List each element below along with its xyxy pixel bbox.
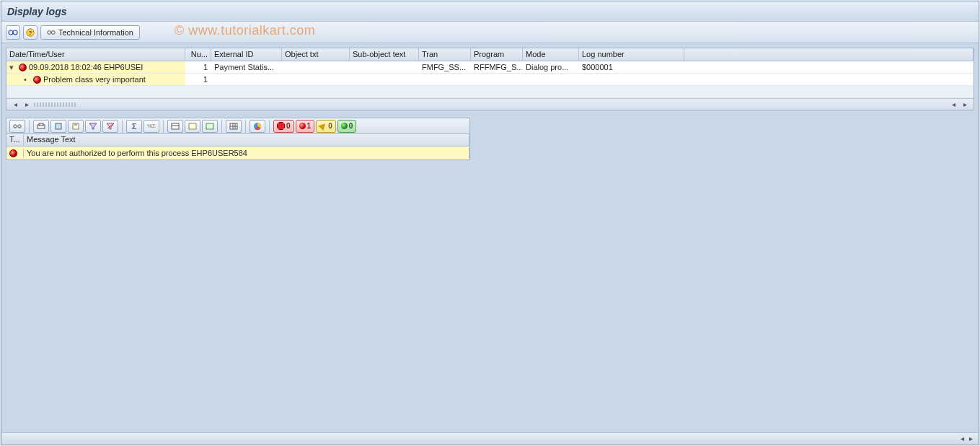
bullet-icon: • [24,75,31,84]
scroll-left-icon[interactable]: ◂ [949,100,958,109]
collapse-icon[interactable]: ▾ [9,63,17,72]
bottom-scrollbar[interactable]: ◂ ▸ [2,432,978,444]
col-type[interactable]: T... [6,134,24,146]
technical-information-button[interactable]: Technical Information [40,25,140,40]
layout-save-icon[interactable] [202,120,218,133]
row-mode: Dialog pro... [523,61,579,73]
content-area [6,160,974,432]
row-tran: FMFG_SS... [419,61,471,73]
badge-error[interactable]: 1 [296,120,315,133]
table-row[interactable]: ▾ 09.09.2018 18:02:46 EHP6USEI 1 Payment… [6,61,974,74]
svg-rect-9 [39,123,43,126]
col-mode[interactable]: Mode [523,48,579,61]
svg-rect-14 [172,123,179,129]
status-error-icon [9,149,17,157]
export-icon[interactable] [50,120,66,133]
subtotal-icon[interactable]: %Σ [144,120,159,133]
svg-rect-12 [74,123,77,126]
sum-icon[interactable]: Σ [126,120,142,133]
badge-warning[interactable]: 0 [316,120,336,133]
svg-rect-10 [56,123,61,129]
detail-icon[interactable] [9,120,25,133]
scroll-grip-icon[interactable] [34,102,77,107]
col-object-txt[interactable]: Object txt [282,48,350,61]
svg-point-7 [18,124,21,127]
status-error-icon [33,76,41,84]
stop-icon [277,122,285,130]
filter-icon[interactable] [85,120,101,133]
scroll-left-icon[interactable]: ◂ [11,100,19,109]
table-row-empty [6,86,974,98]
save-icon[interactable] [68,120,84,133]
svg-point-5 [51,30,55,34]
row-prog: RFFMFG_S... [471,61,523,73]
col-log-number[interactable]: Log number [579,48,684,61]
layout-change-icon[interactable] [185,120,200,133]
glasses-icon[interactable] [6,25,20,40]
row-nu: 1 [185,61,211,73]
layout-icon[interactable] [167,120,183,133]
grid-icon[interactable] [226,120,242,133]
print-icon[interactable] [33,120,49,133]
svg-point-1 [13,30,17,35]
scroll-right-icon[interactable]: ▸ [966,434,975,443]
row-nu: 1 [185,74,211,85]
row-log: $000001 [579,61,684,73]
top-toolbar: ? Technical Information © www.tutorialka… [1,22,979,43]
glasses-small-icon [47,28,56,37]
chart-icon[interactable] [250,120,265,133]
svg-point-0 [9,30,13,35]
grid-hscroll[interactable]: ◂ ▸ ◂ ▸ [6,98,974,110]
technical-information-label: Technical Information [58,28,133,37]
badge-success[interactable]: 0 [337,120,357,133]
svg-point-4 [48,30,51,34]
help-icon[interactable]: ? [23,25,37,40]
col-date[interactable]: Date/Time/User [6,48,185,61]
row-date: 09.09.2018 18:02:46 EHP6USEI [29,63,143,71]
app-frame: Display logs ? Technical Information © w… [1,1,979,445]
page-title: Display logs [7,6,66,17]
success-dot-icon [341,123,348,129]
col-external-id[interactable]: External ID [211,48,282,61]
filter-delete-icon[interactable] [102,120,118,133]
row-ext: Payment Statis... [211,61,282,73]
message-text: You are not authorized to perform this p… [27,149,247,157]
message-row[interactable]: You are not authorized to perform this p… [6,147,469,159]
svg-rect-16 [189,123,196,129]
svg-point-6 [14,124,17,127]
warning-dot-icon [318,121,327,131]
row-date: Problem class very important [43,75,146,84]
grid-body: ▾ 09.09.2018 18:02:46 EHP6USEI 1 Payment… [6,61,974,98]
message-toolbar: Σ %Σ 0 1 0 0 [6,118,470,134]
scroll-left-icon[interactable]: ◂ [958,434,966,443]
titlebar: Display logs [1,1,979,22]
badge-cancel[interactable]: 0 [273,120,294,133]
col-program[interactable]: Program [471,48,523,61]
scroll-right-icon[interactable]: ▸ [22,100,31,109]
row-sub [350,61,419,73]
row-obj [282,61,350,73]
col-message[interactable]: Message Text [24,134,469,146]
log-grid: Date/Time/User Nu... External ID Object … [6,48,974,110]
col-number[interactable]: Nu... [185,48,211,61]
svg-text:?: ? [29,30,32,36]
message-header: T... Message Text [6,134,469,147]
message-grid: T... Message Text You are not authorized… [6,134,470,160]
col-sub-object[interactable]: Sub-object text [350,48,419,61]
status-error-icon [19,64,27,71]
col-spacer [684,48,974,61]
svg-rect-17 [206,123,213,129]
watermark-text: © www.tutorialkart.com [175,23,315,38]
col-tran[interactable]: Tran [419,48,471,61]
error-dot-icon [299,123,306,129]
grid-header: Date/Time/User Nu... External ID Object … [6,48,974,61]
scroll-right-icon[interactable]: ▸ [961,100,969,109]
table-row[interactable]: • Problem class very important 1 [6,74,974,86]
